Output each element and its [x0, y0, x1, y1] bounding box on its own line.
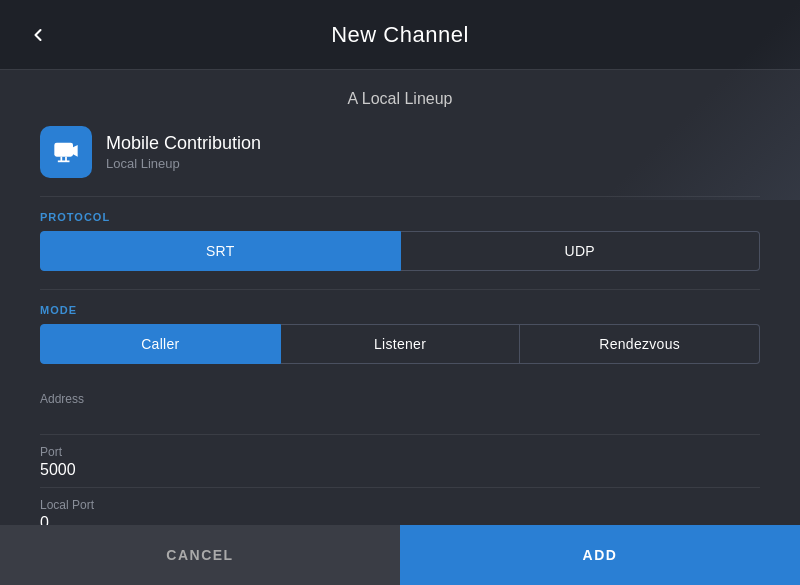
mode-label: MODE [40, 304, 760, 316]
channel-name: Mobile Contribution [106, 133, 261, 154]
svg-marker-1 [73, 145, 78, 157]
port-value: 5000 [40, 461, 760, 479]
footer: CANCEL ADD [0, 525, 800, 585]
mode-caller-button[interactable]: Caller [40, 324, 281, 364]
port-label: Port [40, 445, 760, 459]
channel-text: Mobile Contribution Local Lineup [106, 133, 261, 171]
mode-rendezvous-button[interactable]: Rendezvous [520, 324, 760, 364]
main-content: A Local Lineup Mobile Contribution Local… [0, 70, 800, 525]
mode-group: Caller Listener Rendezvous [40, 324, 760, 364]
port-field[interactable]: Port 5000 [40, 435, 760, 488]
local-port-value: 0 [40, 514, 760, 525]
address-label: Address [40, 392, 760, 406]
add-button[interactable]: ADD [400, 525, 800, 585]
divider-1 [40, 196, 760, 197]
protocol-srt-button[interactable]: SRT [40, 231, 401, 271]
protocol-label: PROTOCOL [40, 211, 760, 223]
protocol-udp-button[interactable]: UDP [401, 231, 761, 271]
page-title: New Channel [331, 22, 469, 48]
address-value [40, 408, 760, 426]
divider-2 [40, 289, 760, 290]
back-button[interactable] [20, 17, 56, 53]
cancel-button[interactable]: CANCEL [0, 525, 400, 585]
channel-info: Mobile Contribution Local Lineup [40, 126, 760, 178]
channel-subtitle: Local Lineup [106, 156, 261, 171]
section-title: A Local Lineup [40, 90, 760, 108]
channel-icon [40, 126, 92, 178]
svg-rect-0 [54, 143, 73, 157]
header: New Channel [0, 0, 800, 70]
protocol-group: SRT UDP [40, 231, 760, 271]
local-port-label: Local Port [40, 498, 760, 512]
address-field[interactable]: Address [40, 382, 760, 435]
local-port-field[interactable]: Local Port 0 [40, 488, 760, 525]
mode-listener-button[interactable]: Listener [281, 324, 521, 364]
